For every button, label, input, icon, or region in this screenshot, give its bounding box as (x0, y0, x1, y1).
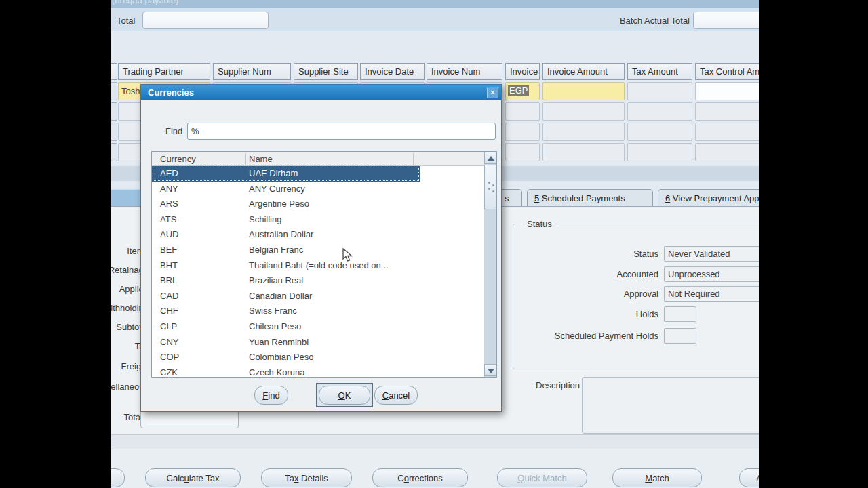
currency-code: AED (160, 168, 178, 178)
row-selector[interactable] (111, 123, 117, 141)
invoice-currency-cell[interactable] (505, 143, 540, 161)
currency-code: CAD (160, 291, 178, 301)
approval-label: Approval (513, 289, 658, 299)
tab-view-prepayment-applications[interactable]: 6 View Prepayment Applications (658, 189, 760, 206)
currency-list-rows: AEDUAE DirhamANYANY CurrencyARSArgentine… (152, 166, 484, 378)
currency-row[interactable]: CLPChilean Peso (152, 319, 484, 335)
match-button[interactable]: Match (612, 468, 702, 487)
currency-name: Schilling (249, 214, 281, 224)
all-distributions-button[interactable]: All Distributions (739, 468, 760, 487)
total-field[interactable] (142, 12, 269, 29)
status-group: Status Status Never Validated Accounted … (513, 224, 760, 369)
currency-row[interactable]: CZKCzech Koruna (152, 365, 484, 378)
invoice-currency-cell[interactable] (505, 102, 540, 121)
currency-row[interactable]: AUDAustralian Dollar (152, 227, 484, 243)
scheduled-payment-holds-label: Scheduled Payment Holds (513, 331, 658, 341)
currency-row[interactable]: BEFBelgian Franc (152, 243, 484, 258)
currency-row[interactable]: AEDUAE Dirham (152, 166, 420, 182)
close-icon[interactable]: ✕ (487, 87, 498, 98)
calculate-tax-button[interactable]: Calculate Tax (145, 468, 241, 487)
tab-general-partial[interactable] (111, 189, 140, 206)
col-header-tax-amount: Tax Amount (627, 63, 692, 80)
list-scrollbar[interactable] (484, 152, 496, 377)
currency-row[interactable]: CADCanadian Dollar (152, 289, 484, 304)
find-input[interactable]: % (187, 123, 496, 140)
quick-match-button: Quick Match (497, 468, 587, 487)
approval-value-field: Not Required (664, 286, 760, 302)
currency-name: Colombian Peso (249, 352, 313, 362)
currency-name: Czech Koruna (249, 367, 304, 378)
status-label: Status (513, 249, 658, 259)
tax-amount-cell[interactable] (627, 102, 692, 121)
tax-amount-cell[interactable] (627, 82, 692, 100)
row-selector[interactable] (111, 143, 117, 161)
tax-details-button[interactable]: Tax Details (261, 468, 352, 487)
tax-control-amount-cell[interactable] (695, 143, 760, 161)
invoice-currency-cell[interactable] (505, 123, 540, 141)
summary-total-field[interactable] (140, 410, 239, 428)
currency-code: BEF (160, 245, 177, 255)
scrollbar-thumb[interactable] (484, 165, 496, 209)
scroll-up-icon[interactable] (484, 152, 496, 164)
ok-button-default-ring: OK (316, 383, 373, 407)
window-titlebar: (hreqaa payable) (111, 0, 760, 8)
tax-control-amount-cell[interactable] (695, 102, 760, 121)
col-header-invoice-date: Invoice Date (360, 63, 425, 80)
col-header-invoice-amount: Invoice Amount (542, 63, 625, 80)
tab-scheduled-payments[interactable]: 5 Scheduled Payments (527, 189, 653, 206)
ok-button[interactable]: OK (319, 386, 370, 405)
col-header-invoice-currency: Invoice (505, 63, 540, 80)
batch-actual-total-label: Batch Actual Total (554, 16, 690, 26)
invoice-amount-cell[interactable] (542, 82, 625, 100)
currency-name: Canadian Dollar (249, 291, 312, 301)
currency-name: ANY Currency (249, 184, 305, 194)
currency-code: CLP (160, 321, 177, 331)
currency-row[interactable]: ATSSchilling (152, 212, 484, 228)
row-selector[interactable] (111, 82, 117, 100)
currency-code: ATS (160, 214, 176, 224)
find-button[interactable]: Find (254, 386, 288, 405)
corrections-button[interactable]: Corrections (372, 468, 468, 487)
row-selector[interactable] (111, 102, 117, 121)
tax-amount-cell[interactable] (627, 143, 692, 161)
description-field[interactable] (582, 377, 760, 434)
window-title: (hreqaa payable) (112, 0, 178, 5)
currency-row[interactable]: CHFSwiss Franc (152, 304, 484, 319)
tax-control-amount-cell[interactable] (695, 123, 760, 141)
currency-code: CZK (160, 367, 178, 378)
currency-row[interactable]: BHTThailand Baht (=old code used on... (152, 258, 484, 274)
currency-code: BHT (160, 260, 178, 270)
status-group-legend: Status (524, 219, 555, 229)
currency-row[interactable]: CNYYuan Renminbi (152, 335, 484, 350)
currency-code: ARS (160, 199, 178, 209)
invoice-amount-cell[interactable] (542, 123, 625, 141)
tax-control-amount-cell[interactable] (695, 82, 760, 100)
currency-name: UAE Dirham (249, 168, 298, 178)
invoice-amount-cell[interactable] (542, 102, 625, 121)
accounted-value-field: Unprocessed (664, 266, 760, 282)
holds-label: Holds (513, 309, 658, 319)
accounted-label: Accounted (513, 269, 658, 279)
currency-row[interactable]: COPColombian Peso (152, 350, 484, 365)
batch-actual-total-field[interactable] (693, 12, 760, 29)
invoice-currency-value: EGP (508, 85, 529, 96)
dialog-title: Currencies (148, 87, 194, 98)
tax-amount-cell[interactable] (627, 123, 692, 141)
currency-row[interactable]: BRLBrazilian Real (152, 273, 484, 289)
currency-row[interactable]: ARSArgentine Peso (152, 197, 484, 212)
invoice-amount-cell[interactable] (542, 143, 625, 161)
total-label: Total (117, 16, 135, 26)
scheduled-payment-holds-field (664, 328, 696, 344)
row-selector-header (111, 63, 117, 80)
currencies-dialog: Currencies ✕ Find % Currency Name AEDUAE… (140, 84, 502, 412)
currency-code: CNY (160, 337, 178, 347)
currency-code: AUD (160, 229, 178, 239)
currency-name: Belgian Franc (249, 245, 303, 255)
col-header-supplier-site: Supplier Site (294, 63, 358, 80)
find-label: Find (165, 126, 182, 136)
cancel-button[interactable]: Cancel (374, 386, 418, 405)
scroll-down-icon[interactable] (484, 364, 496, 376)
dialog-titlebar[interactable]: Currencies ✕ (141, 85, 501, 100)
currency-row[interactable]: ANYANY Currency (152, 182, 484, 197)
invoice-currency-cell[interactable]: EGP (505, 82, 540, 100)
